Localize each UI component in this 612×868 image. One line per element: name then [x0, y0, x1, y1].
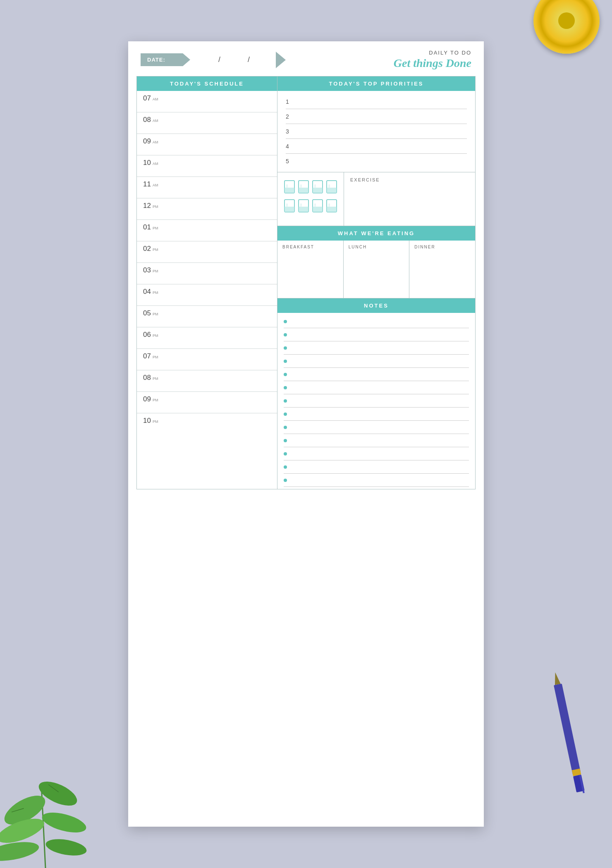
note-item[interactable] [284, 341, 469, 355]
priority-item[interactable]: 3 [286, 124, 467, 139]
schedule-item[interactable]: 02PM [137, 241, 277, 263]
priority-item[interactable]: 5 [286, 154, 467, 169]
note-bullet [284, 373, 287, 376]
date-label: DATE: [141, 53, 190, 66]
schedule-column: TODAY'S SCHEDULE 07AM08AM09AM10AM11AM12P… [137, 76, 277, 489]
svg-rect-42 [554, 684, 581, 774]
schedule-item[interactable]: 01PM [137, 220, 277, 241]
pen-decoration [549, 671, 587, 795]
priority-item[interactable]: 2 [286, 109, 467, 124]
water-glass-icon[interactable] [284, 199, 295, 215]
note-bullet [284, 360, 287, 363]
water-glass-icon[interactable] [312, 180, 323, 196]
note-bullet [284, 465, 287, 469]
schedule-item[interactable]: 03PM [137, 263, 277, 284]
priority-item[interactable]: 1 [286, 94, 467, 109]
water-glass-icon[interactable] [326, 180, 337, 196]
water-glass-icon[interactable] [298, 180, 309, 196]
schedule-item[interactable]: 10PM [137, 413, 277, 435]
svg-rect-9 [313, 188, 323, 193]
schedule-item[interactable]: 08PM [137, 370, 277, 392]
water-glass-icon[interactable] [298, 199, 309, 215]
plant-decoration [0, 703, 91, 868]
note-item[interactable] [284, 421, 469, 434]
svg-rect-17 [284, 207, 294, 212]
priority-number: 5 [286, 158, 292, 165]
svg-rect-21 [299, 207, 308, 212]
schedule-header: TODAY'S SCHEDULE [137, 76, 277, 91]
eating-header: WHAT WE'RE EATING [277, 226, 475, 241]
note-item[interactable] [284, 355, 469, 368]
priority-item[interactable]: 4 [286, 139, 467, 154]
date-sep-1: / [218, 55, 220, 64]
priority-number: 3 [286, 128, 292, 135]
schedule-item[interactable]: 09AM [137, 134, 277, 155]
date-sep-2: / [248, 55, 250, 64]
exercise-section: EXERCISE [344, 172, 475, 226]
note-bullet [284, 386, 287, 389]
meal-column[interactable]: BREAKFAST [277, 241, 344, 298]
note-bullet [284, 479, 287, 482]
date-arrow [276, 52, 286, 68]
svg-rect-25 [313, 207, 323, 212]
date-fields: / / [194, 55, 274, 64]
priority-number: 4 [286, 143, 292, 150]
meal-label: BREAKFAST [282, 245, 338, 249]
meal-label: DINNER [414, 245, 470, 249]
note-bullet [284, 439, 287, 442]
svg-point-38 [45, 837, 88, 858]
priorities-header: TODAY'S TOP PRIORITIES [277, 76, 475, 91]
water-glasses-row-2 [284, 199, 337, 215]
priority-number: 1 [286, 98, 292, 105]
note-bullet [284, 399, 287, 403]
priority-number: 2 [286, 113, 292, 120]
schedule-item[interactable]: 06PM [137, 327, 277, 349]
note-item[interactable] [284, 474, 469, 487]
svg-marker-41 [552, 672, 561, 685]
note-item[interactable] [284, 408, 469, 421]
schedule-item[interactable]: 04PM [137, 284, 277, 306]
schedule-item[interactable]: 09PM [137, 392, 277, 413]
schedule-item[interactable]: 12PM [137, 198, 277, 220]
schedule-item[interactable]: 10AM [137, 155, 277, 177]
priorities-list: 12345 [277, 91, 475, 172]
note-item[interactable] [284, 315, 469, 328]
water-glass-icon[interactable] [284, 180, 295, 196]
note-item[interactable] [284, 328, 469, 341]
meal-column[interactable]: LUNCH [344, 241, 410, 298]
note-bullet [284, 333, 287, 336]
note-bullet [284, 346, 287, 350]
schedule-items-container: 07AM08AM09AM10AM11AM12PM01PM02PM03PM04PM… [137, 91, 277, 435]
schedule-item[interactable]: 07AM [137, 91, 277, 112]
svg-rect-29 [327, 207, 337, 212]
note-item[interactable] [284, 447, 469, 460]
svg-rect-5 [299, 188, 308, 193]
content-grid: TODAY'S SCHEDULE 07AM08AM09AM10AM11AM12P… [136, 76, 476, 489]
note-item[interactable] [284, 394, 469, 408]
note-item[interactable] [284, 368, 469, 381]
schedule-item[interactable]: 07PM [137, 349, 277, 370]
note-bullet [284, 413, 287, 416]
daily-planner-page: DATE: / / DAILY TO DO Get things Done TO… [128, 41, 484, 827]
tape-roll-decoration [533, 0, 600, 54]
right-column: TODAY'S TOP PRIORITIES 12345 [277, 76, 475, 489]
note-bullet [284, 452, 287, 455]
water-glass-icon[interactable] [312, 199, 323, 215]
meal-column[interactable]: DINNER [409, 241, 475, 298]
schedule-item[interactable]: 05PM [137, 306, 277, 327]
water-exercise-section: EXERCISE [277, 172, 475, 226]
note-bullet [284, 320, 287, 323]
date-section: DATE: / / [141, 52, 286, 68]
water-glasses-row-1 [284, 180, 337, 196]
note-item[interactable] [284, 381, 469, 394]
schedule-item[interactable]: 08AM [137, 112, 277, 134]
schedule-item[interactable]: 11AM [137, 177, 277, 198]
note-item[interactable] [284, 460, 469, 474]
meal-label: LUNCH [349, 245, 404, 249]
note-bullet [284, 426, 287, 429]
note-item[interactable] [284, 434, 469, 447]
water-section [277, 172, 344, 226]
notes-header: NOTES [277, 298, 475, 313]
water-glass-icon[interactable] [326, 199, 337, 215]
notes-list [277, 313, 475, 489]
